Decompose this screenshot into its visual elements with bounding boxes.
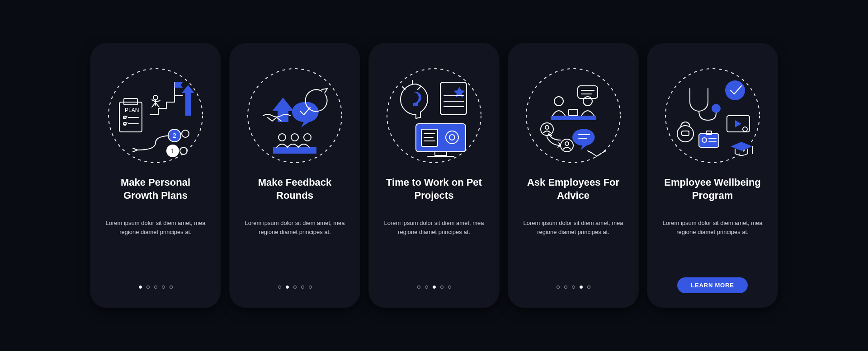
- dot-5[interactable]: [587, 285, 590, 289]
- dot-1[interactable]: [139, 285, 142, 289]
- svg-text:1: 1: [171, 147, 175, 154]
- slide-title: Make Personal Growth Plans: [103, 176, 208, 202]
- wellbeing-icon: [663, 66, 762, 165]
- onboarding-screen-4: Ask Employees For Advice Lorem ipsum dol…: [508, 43, 638, 308]
- svg-point-18: [278, 134, 286, 141]
- dot-1[interactable]: [278, 285, 281, 289]
- svg-rect-28: [435, 152, 447, 155]
- svg-rect-54: [682, 131, 689, 136]
- svg-rect-37: [551, 116, 596, 120]
- svg-point-51: [712, 104, 721, 113]
- dot-2[interactable]: [146, 285, 150, 289]
- slide-title: Employee Wellbeing Program: [660, 176, 765, 202]
- onboarding-screen-1: PLAN 2 1: [90, 43, 221, 308]
- dot-4[interactable]: [580, 285, 583, 289]
- svg-point-38: [554, 97, 563, 106]
- dot-3[interactable]: [293, 285, 297, 289]
- slide-body: Lorem ipsum dolor sit diem amet, mea reg…: [103, 219, 208, 237]
- slide-title: Time to Work on Pet Projects: [382, 176, 486, 202]
- dot-1[interactable]: [557, 285, 560, 289]
- learn-more-button[interactable]: LEARN MORE: [677, 277, 747, 293]
- svg-point-62: [743, 127, 747, 131]
- dot-4[interactable]: [162, 285, 165, 289]
- onboarding-screen-5: Employee Wellbeing Program Lorem ipsum d…: [647, 43, 778, 308]
- slide-title: Make Feedback Rounds: [242, 176, 347, 202]
- slide-body: Lorem ipsum dolor sit diem amet, mea reg…: [521, 219, 626, 237]
- dot-4[interactable]: [301, 285, 304, 289]
- pagination-dots: [278, 285, 312, 289]
- growth-plan-icon: PLAN 2 1: [106, 66, 205, 165]
- dot-3[interactable]: [572, 285, 575, 289]
- svg-point-20: [304, 134, 311, 141]
- slide-body: Lorem ipsum dolor sit diem amet, mea reg…: [382, 219, 486, 237]
- svg-point-42: [545, 126, 549, 129]
- dot-5[interactable]: [448, 285, 451, 289]
- svg-point-53: [677, 126, 693, 142]
- svg-point-44: [565, 142, 569, 145]
- slide-body: Lorem ipsum dolor sit diem amet, mea reg…: [242, 219, 347, 237]
- onboarding-screen-2: Make Feedback Rounds Lorem ipsum dolor s…: [230, 43, 360, 308]
- dot-2[interactable]: [564, 285, 567, 289]
- dot-1[interactable]: [417, 285, 420, 289]
- svg-point-52: [725, 80, 745, 100]
- dot-4[interactable]: [440, 285, 443, 289]
- slide-title: Ask Employees For Advice: [521, 176, 626, 202]
- svg-point-8: [153, 95, 158, 100]
- dot-5[interactable]: [170, 285, 173, 289]
- feedback-icon: [245, 66, 344, 165]
- dot-3[interactable]: [433, 285, 436, 289]
- svg-rect-22: [440, 82, 467, 115]
- pagination-dots: [417, 285, 451, 289]
- onboarding-screen-3: Time to Work on Pet Projects Lorem ipsum…: [369, 43, 499, 308]
- svg-point-13: [182, 130, 189, 137]
- dot-2[interactable]: [425, 285, 428, 289]
- pagination-dots: [139, 285, 173, 289]
- onboarding-screens: PLAN 2 1: [90, 43, 778, 308]
- svg-rect-40: [569, 109, 578, 116]
- dot-5[interactable]: [309, 285, 312, 289]
- pagination-dots: [557, 285, 590, 289]
- slide-body: Lorem ipsum dolor sit diem amet, mea reg…: [660, 219, 765, 237]
- svg-point-19: [291, 134, 298, 141]
- dot-2[interactable]: [286, 285, 289, 289]
- dot-3[interactable]: [154, 285, 157, 289]
- svg-text:2: 2: [173, 132, 176, 139]
- svg-text:PLAN: PLAN: [125, 107, 139, 113]
- pet-projects-icon: [384, 66, 484, 165]
- advice-icon: [524, 66, 623, 165]
